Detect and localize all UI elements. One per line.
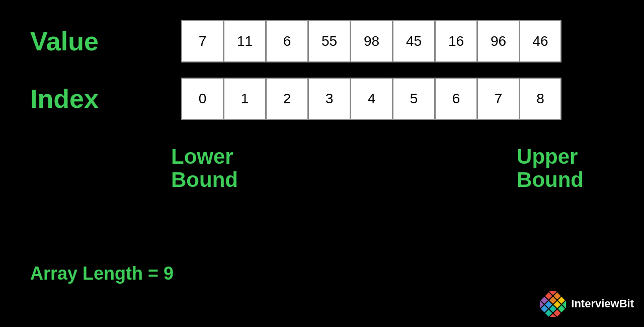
index-cell-2: 2 — [266, 78, 308, 120]
value-cell-3: 55 — [308, 20, 350, 62]
index-cell-5: 5 — [392, 78, 435, 120]
index-cell-3: 3 — [308, 78, 350, 120]
index-cell-8: 8 — [519, 78, 561, 120]
upper-bound-label: UpperBound — [517, 145, 584, 191]
value-label: Value — [30, 26, 181, 56]
svg-rect-8 — [541, 297, 548, 304]
value-cell-2: 6 — [266, 20, 308, 62]
index-cells: 012345678 — [181, 78, 561, 120]
index-cell-1: 1 — [223, 78, 266, 120]
svg-rect-10 — [549, 305, 556, 312]
value-cell-1: 11 — [223, 20, 266, 62]
svg-rect-7 — [558, 305, 565, 312]
index-cell-6: 6 — [435, 78, 477, 120]
logo-text: InterviewBit — [571, 297, 634, 310]
value-cell-5: 45 — [392, 20, 435, 62]
index-cell-4: 4 — [350, 78, 392, 120]
index-cell-0: 0 — [181, 78, 223, 120]
value-cell-0: 7 — [181, 20, 223, 62]
svg-rect-2 — [558, 297, 565, 304]
value-cell-4: 98 — [350, 20, 392, 62]
value-cell-8: 46 — [519, 20, 561, 62]
index-label: Index — [30, 84, 181, 114]
value-cells: 7116559845169646 — [181, 20, 561, 62]
index-row: Index 012345678 — [30, 78, 614, 120]
interviewbit-logo: InterviewBit — [540, 291, 634, 317]
value-cell-7: 96 — [477, 20, 519, 62]
index-cell-7: 7 — [477, 78, 519, 120]
bottom-section: LowerBound UpperBound Array Length = 9 — [30, 145, 614, 312]
array-length-label: Array Length = 9 — [30, 263, 174, 284]
svg-rect-5 — [549, 297, 556, 304]
value-row: Value 7116559845169646 — [30, 20, 614, 62]
value-cell-6: 16 — [435, 20, 477, 62]
logo-icon — [540, 291, 566, 317]
svg-rect-13 — [541, 305, 548, 312]
main-container: Value 7116559845169646 Index 012345678 L… — [0, 0, 644, 327]
lower-bound-label: LowerBound — [171, 145, 238, 191]
